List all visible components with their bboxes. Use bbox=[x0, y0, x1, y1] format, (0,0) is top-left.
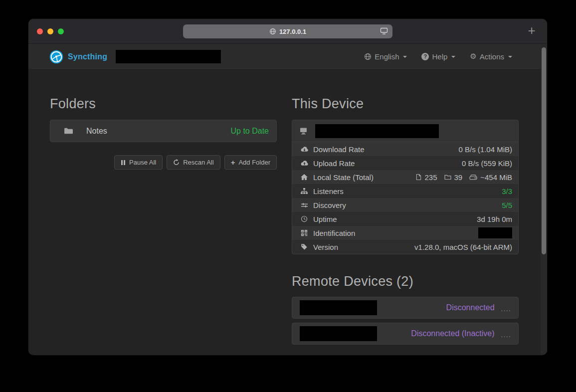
actions-menu[interactable]: ⚙ Actions bbox=[470, 52, 512, 61]
ellipsis-icon: .... bbox=[501, 331, 511, 339]
language-menu-label: English bbox=[375, 52, 399, 61]
device-icon bbox=[299, 127, 308, 135]
row-label: Identification bbox=[313, 229, 355, 237]
row-label: Discovery bbox=[313, 201, 346, 209]
help-menu-label: Help bbox=[432, 52, 447, 61]
this-device-heading: This Device bbox=[292, 96, 519, 112]
page-content: Syncthing English ? Help bbox=[28, 44, 547, 355]
redacted-device-id bbox=[478, 227, 512, 238]
folder-icon bbox=[64, 127, 73, 135]
tag-icon bbox=[299, 243, 309, 250]
this-device-panel: Download Rate 0 B/s (1.04 MiB) Upload Ra… bbox=[292, 120, 519, 254]
folder-count: 39 bbox=[454, 173, 463, 182]
language-menu[interactable]: English bbox=[364, 52, 407, 61]
local-state-value: 235 39 bbox=[411, 173, 512, 182]
help-menu[interactable]: ? Help bbox=[421, 52, 455, 61]
sliders-icon bbox=[299, 202, 309, 208]
remote-devices-heading: Remote Devices (2) bbox=[292, 274, 519, 289]
table-row-discovery: Discovery 5/5 bbox=[292, 198, 518, 212]
identification-value bbox=[478, 227, 512, 238]
browser-titlebar: 127.0.0.1 + bbox=[28, 19, 547, 44]
row-label: Download Rate bbox=[313, 145, 365, 154]
home-icon bbox=[299, 174, 309, 181]
table-row-download-rate: Download Rate 0 B/s (1.04 MiB) bbox=[292, 142, 518, 156]
gear-icon: ⚙ bbox=[470, 53, 476, 60]
close-window-button[interactable] bbox=[37, 28, 43, 34]
download-rate-value: 0 B/s (1.04 MiB) bbox=[458, 145, 512, 154]
row-label: Local State (Total) bbox=[313, 173, 374, 182]
refresh-icon bbox=[173, 159, 180, 166]
file-icon bbox=[416, 174, 421, 181]
redacted-host-text bbox=[116, 50, 221, 63]
address-bar[interactable]: 127.0.0.1 bbox=[183, 24, 392, 38]
main-area: Folders Notes Up to Date bbox=[28, 70, 547, 355]
scrollbar-track[interactable] bbox=[541, 44, 547, 355]
file-count: 235 bbox=[424, 173, 437, 182]
rescan-all-button[interactable]: Rescan All bbox=[167, 155, 220, 170]
browser-window: 127.0.0.1 + Syncthing bbox=[28, 19, 547, 355]
navbar-menus: English ? Help ⚙ Actions bbox=[364, 52, 512, 61]
row-label: Uptime bbox=[313, 215, 337, 223]
rescan-all-label: Rescan All bbox=[183, 159, 213, 166]
cloud-upload-icon bbox=[299, 160, 309, 167]
table-row-upload-rate: Upload Rate 0 B/s (559 KiB) bbox=[292, 156, 518, 170]
remote-status-badge: Disconnected (Inactive) bbox=[411, 329, 494, 338]
remote-device-row[interactable]: Disconnected (Inactive) .... bbox=[292, 323, 519, 345]
minimize-window-button[interactable] bbox=[47, 28, 53, 34]
plus-icon: + bbox=[231, 159, 235, 166]
device-column: This Device bbox=[292, 96, 519, 349]
redacted-remote-device-name bbox=[300, 326, 377, 341]
discovery-value: 5/5 bbox=[502, 201, 512, 209]
chevron-down-icon bbox=[451, 56, 455, 58]
tab-overview-icon[interactable] bbox=[380, 27, 388, 35]
row-label: Version bbox=[313, 243, 338, 251]
redacted-remote-device-name bbox=[300, 300, 377, 315]
brand-name[interactable]: Syncthing bbox=[68, 52, 107, 61]
folder-name: Notes bbox=[86, 127, 107, 136]
table-row-uptime: Uptime 3d 19h 0m bbox=[292, 212, 518, 226]
listeners-value: 3/3 bbox=[502, 187, 512, 196]
remote-device-row[interactable]: Disconnected .... bbox=[292, 297, 519, 319]
folder-status-badge: Up to Date bbox=[231, 127, 269, 136]
globe-icon bbox=[269, 28, 276, 35]
table-row-identification: Identification bbox=[292, 226, 518, 240]
remote-status-badge: Disconnected bbox=[446, 303, 495, 312]
cloud-download-icon bbox=[299, 146, 309, 153]
chevron-down-icon bbox=[508, 56, 512, 58]
new-tab-button[interactable]: + bbox=[524, 23, 539, 38]
row-label: Upload Rate bbox=[313, 159, 355, 168]
clock-icon bbox=[299, 215, 309, 222]
actions-menu-label: Actions bbox=[480, 52, 504, 61]
folders-heading: Folders bbox=[50, 96, 277, 112]
table-row-version: Version v1.28.0, macOS (64-bit ARM) bbox=[292, 240, 518, 254]
upload-rate-value: 0 B/s (559 KiB) bbox=[462, 159, 512, 168]
syncthing-logo-icon bbox=[49, 50, 63, 64]
folder-actions: Pause All Rescan All + Add Fol bbox=[50, 155, 277, 170]
pause-all-button[interactable]: Pause All bbox=[114, 155, 163, 170]
sitemap-icon bbox=[299, 188, 309, 195]
table-row-local-state: Local State (Total) 235 bbox=[292, 170, 518, 184]
zoom-window-button[interactable] bbox=[58, 28, 64, 34]
folder-outline-icon bbox=[444, 174, 451, 180]
hdd-icon bbox=[469, 174, 477, 181]
navbar: Syncthing English ? Help bbox=[28, 44, 547, 70]
traffic-lights bbox=[37, 28, 64, 34]
uptime-value: 3d 19h 0m bbox=[477, 215, 512, 223]
scrollbar-thumb[interactable] bbox=[542, 47, 546, 254]
redacted-device-name bbox=[315, 124, 439, 138]
url-text: 127.0.0.1 bbox=[279, 28, 306, 35]
this-device-header[interactable] bbox=[292, 120, 518, 142]
row-label: Listeners bbox=[313, 187, 344, 196]
add-folder-button[interactable]: + Add Folder bbox=[224, 155, 277, 170]
version-value: v1.28.0, macOS (64-bit ARM) bbox=[414, 243, 512, 251]
ellipsis-icon: .... bbox=[501, 305, 511, 313]
pause-icon bbox=[121, 160, 126, 166]
pause-all-label: Pause All bbox=[129, 159, 156, 166]
this-device-table: Download Rate 0 B/s (1.04 MiB) Upload Ra… bbox=[292, 142, 518, 254]
question-circle-icon: ? bbox=[421, 53, 429, 60]
folder-row-notes[interactable]: Notes Up to Date bbox=[50, 120, 277, 142]
globe-icon bbox=[364, 53, 372, 60]
local-size: ~454 MiB bbox=[480, 173, 512, 182]
add-folder-label: Add Folder bbox=[238, 159, 270, 166]
folders-column: Folders Notes Up to Date bbox=[50, 96, 277, 170]
